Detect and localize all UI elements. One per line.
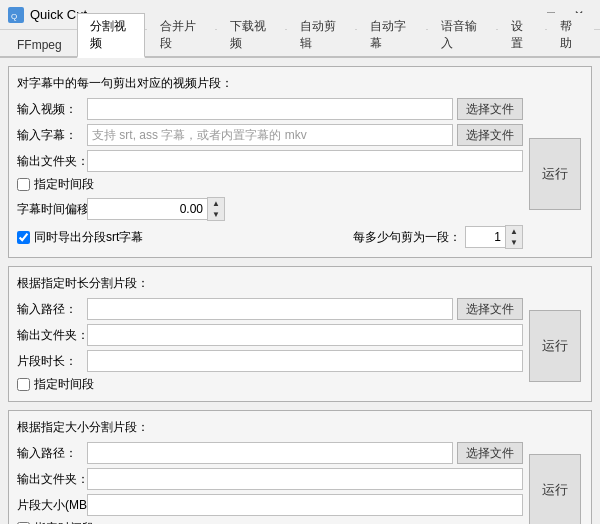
tab-download-video[interactable]: 下载视频 [217, 13, 285, 56]
tab-split-video[interactable]: 分割视频 [77, 13, 145, 58]
tab-merge-segment[interactable]: 合并片段 [147, 13, 215, 56]
s2-input-label: 输入路径： [17, 301, 83, 318]
section-size-split: 根据指定大小分割片段： 输入路径： 选择文件 输出文件夹： 片段大小(MB)： [8, 410, 592, 524]
offset-input[interactable] [87, 198, 207, 220]
offset-down-button[interactable]: ▼ [208, 209, 224, 220]
s2-duration-row: 片段时长： [17, 350, 523, 372]
section3-form: 输入路径： 选择文件 输出文件夹： 片段大小(MB)： 指定时间段 [17, 442, 523, 524]
section1-run-area: 运行 [527, 98, 583, 249]
offset-input-wrap: ▲ ▼ [87, 197, 225, 221]
tab-auto-edit[interactable]: 自动剪辑 [287, 13, 355, 56]
segment-spinner: ▲ ▼ [505, 225, 523, 249]
s3-size-label: 片段大小(MB)： [17, 497, 83, 514]
s3-size-field[interactable] [87, 494, 523, 516]
s2-duration-label: 片段时长： [17, 353, 83, 370]
tab-auto-subtitle[interactable]: 自动字幕 [357, 13, 425, 56]
export-srt-checkbox[interactable] [17, 231, 30, 244]
section3-run-area: 运行 [527, 442, 583, 524]
section3-run-button[interactable]: 运行 [529, 454, 581, 525]
section3-title: 根据指定大小分割片段： [17, 419, 583, 436]
offset-up-button[interactable]: ▲ [208, 198, 224, 209]
s3-input-field[interactable] [87, 442, 453, 464]
s3-output-row: 输出文件夹： [17, 468, 523, 490]
tab-voice-input[interactable]: 语音输入 [428, 13, 496, 56]
app-icon: Q [8, 7, 24, 23]
s3-size-row: 片段大小(MB)： [17, 494, 523, 516]
time-range-label3[interactable]: 指定时间段 [34, 520, 94, 524]
s2-duration-field[interactable] [87, 350, 523, 372]
s2-output-label: 输出文件夹： [17, 327, 83, 344]
export-srt-row: 同时导出分段srt字幕 每多少句剪为一段： ▲ ▼ [17, 225, 523, 249]
s3-select-file-button[interactable]: 选择文件 [457, 442, 523, 464]
output-label: 输出文件夹： [17, 153, 83, 170]
output-folder-row: 输出文件夹： [17, 150, 523, 172]
tab-bar: FFmpeg 分割视频 合并片段 下载视频 自动剪辑 自动字幕 语音输入 设置 … [0, 30, 600, 58]
section2-form: 输入路径： 选择文件 输出文件夹： 片段时长： 指定时间段 [17, 298, 523, 393]
offset-label: 字幕时间偏移： [17, 201, 83, 218]
s3-output-field[interactable] [87, 468, 523, 490]
s2-time-range-row: 指定时间段 [17, 376, 523, 393]
offset-row: 字幕时间偏移： ▲ ▼ [17, 197, 523, 221]
video-input[interactable] [87, 98, 453, 120]
tab-settings[interactable]: 设置 [498, 13, 545, 56]
section1-run-button[interactable]: 运行 [529, 138, 581, 210]
svg-text:Q: Q [11, 12, 17, 21]
segment-input-wrap: ▲ ▼ [465, 225, 523, 249]
s3-time-range-row: 指定时间段 [17, 520, 523, 524]
subtitle-select-file-button[interactable]: 选择文件 [457, 124, 523, 146]
s3-output-label: 输出文件夹： [17, 471, 83, 488]
segment-down-button[interactable]: ▼ [506, 237, 522, 248]
s2-output-row: 输出文件夹： [17, 324, 523, 346]
section1-title: 对字幕中的每一句剪出对应的视频片段： [17, 75, 583, 92]
video-input-row: 输入视频： 选择文件 [17, 98, 523, 120]
section3-body: 输入路径： 选择文件 输出文件夹： 片段大小(MB)： 指定时间段 [17, 442, 583, 524]
section2-run-area: 运行 [527, 298, 583, 393]
section1-body: 输入视频： 选择文件 输入字幕： 选择文件 输出文件夹： [17, 98, 583, 249]
subtitle-input[interactable] [87, 124, 453, 146]
video-label: 输入视频： [17, 101, 83, 118]
time-range-label1[interactable]: 指定时间段 [34, 176, 94, 193]
segment-label: 每多少句剪为一段： [353, 229, 461, 246]
s2-input-field[interactable] [87, 298, 453, 320]
video-select-file-button[interactable]: 选择文件 [457, 98, 523, 120]
segment-up-button[interactable]: ▲ [506, 226, 522, 237]
segment-input[interactable] [465, 226, 505, 248]
output-input[interactable] [87, 150, 523, 172]
s2-select-file-button[interactable]: 选择文件 [457, 298, 523, 320]
time-range-checkbox1[interactable] [17, 178, 30, 191]
subtitle-input-row: 输入字幕： 选择文件 [17, 124, 523, 146]
section2-title: 根据指定时长分割片段： [17, 275, 583, 292]
section2-body: 输入路径： 选择文件 输出文件夹： 片段时长： 指定时间段 [17, 298, 583, 393]
time-range-checkbox2[interactable] [17, 378, 30, 391]
s2-input-row: 输入路径： 选择文件 [17, 298, 523, 320]
offset-spinner: ▲ ▼ [207, 197, 225, 221]
s3-input-label: 输入路径： [17, 445, 83, 462]
time-range-label2[interactable]: 指定时间段 [34, 376, 94, 393]
section1-form: 输入视频： 选择文件 输入字幕： 选择文件 输出文件夹： [17, 98, 523, 249]
main-content: 对字幕中的每一句剪出对应的视频片段： 输入视频： 选择文件 输入字幕： 选择文件… [0, 58, 600, 524]
s2-output-field[interactable] [87, 324, 523, 346]
section-subtitle-split: 对字幕中的每一句剪出对应的视频片段： 输入视频： 选择文件 输入字幕： 选择文件… [8, 66, 592, 258]
s3-input-row: 输入路径： 选择文件 [17, 442, 523, 464]
subtitle-label: 输入字幕： [17, 127, 83, 144]
tab-ffmpeg[interactable]: FFmpeg [4, 33, 75, 56]
time-range-row1: 指定时间段 [17, 176, 523, 193]
section2-run-button[interactable]: 运行 [529, 310, 581, 382]
export-srt-label[interactable]: 同时导出分段srt字幕 [34, 229, 143, 246]
tab-help[interactable]: 帮助 [547, 13, 594, 56]
section-duration-split: 根据指定时长分割片段： 输入路径： 选择文件 输出文件夹： 片段时长： [8, 266, 592, 402]
